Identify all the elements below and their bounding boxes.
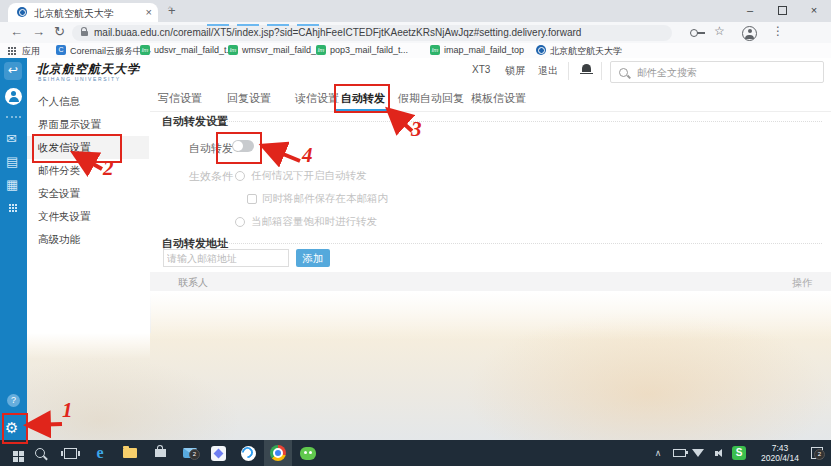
url-text: mail.buaa.edu.cn/coremail/XT5/index.jsp?…	[94, 27, 581, 38]
bookmark-label: pop3_mail_faild_t...	[330, 45, 408, 55]
taskbar-file-explorer[interactable]	[116, 440, 144, 466]
help-icon[interactable]: ?	[7, 394, 20, 407]
divider	[601, 62, 602, 80]
bookmark-star-icon[interactable]: ☆	[714, 24, 725, 38]
reload-icon[interactable]: ↻	[54, 24, 65, 39]
rail-back-icon[interactable]: ↩	[4, 62, 22, 80]
radio-any-condition[interactable]	[235, 171, 245, 181]
taskbar-chrome-active[interactable]	[264, 440, 292, 466]
blue-browser-icon	[241, 446, 256, 461]
browser-tab[interactable]: 北京航空航天大学 ×	[8, 3, 158, 22]
search-icon	[619, 68, 628, 77]
taskbar-browser-app[interactable]	[234, 440, 262, 466]
battery-icon	[673, 449, 686, 457]
apps-grid-icon	[8, 47, 10, 49]
rail-mail-icon[interactable]: ✉	[6, 132, 17, 146]
volume-indicator[interactable]	[708, 440, 724, 466]
tab-reply-settings[interactable]: 回复设置	[227, 85, 271, 111]
rail-divider	[6, 116, 21, 118]
rail-contacts-icon[interactable]: ▤	[6, 155, 18, 169]
clock-time: 7:43	[756, 443, 804, 453]
lock-screen-link[interactable]: 锁屏	[505, 64, 525, 78]
add-address-button[interactable]: 添加	[296, 249, 330, 267]
action-center-button[interactable]: 2	[808, 440, 826, 466]
battery-indicator[interactable]	[670, 440, 688, 466]
annotation-box-step1	[2, 413, 28, 444]
task-view-icon	[64, 448, 77, 459]
mail-search-input[interactable]	[635, 63, 819, 81]
tab-favicon-icon	[17, 7, 27, 17]
password-key-icon[interactable]	[690, 29, 698, 37]
annotation-box-step4	[216, 132, 262, 164]
notification-badge: 2	[814, 449, 825, 460]
annotation-number-4: 4	[302, 143, 313, 168]
sidebar-item-security-settings[interactable]: 安全设置	[27, 182, 149, 205]
webmail-logo-subtitle: BEIHANG UNIVERSITY	[38, 76, 121, 82]
window-maximize-button[interactable]	[767, 1, 797, 19]
window-minimize-button[interactable]: –	[735, 1, 765, 19]
chevron-up-icon: ∧	[655, 448, 662, 458]
sort-caret-icon[interactable]: ^	[168, 4, 172, 13]
mail-badge: 2	[189, 449, 200, 460]
tab-vacation-auto-reply[interactable]: 假期自动回复	[398, 85, 464, 111]
profile-avatar-icon[interactable]	[742, 26, 757, 41]
option-keep-copy-label: 同时将邮件保存在本邮箱内	[262, 192, 388, 206]
sidebar-item-advanced-features[interactable]: 高级功能	[27, 228, 149, 251]
taskbar-app-purple[interactable]	[204, 440, 232, 466]
bookmark-label: 北京航空航天大学	[550, 45, 622, 58]
wechat-icon	[300, 447, 316, 460]
clock-date: 2020/4/14	[756, 453, 804, 463]
action-center-icon: 2	[811, 447, 823, 459]
browser-menu-icon[interactable]: ⋮	[772, 24, 784, 38]
sidebar-item-display-settings[interactable]: 界面显示设置	[27, 113, 149, 136]
wifi-icon	[692, 449, 704, 457]
rail-avatar-icon[interactable]	[5, 88, 22, 105]
screen: 北京航空航天大学 × + – × ← → ↻ mail.buaa.edu.cn/…	[0, 0, 831, 466]
sogou-icon: S	[732, 446, 746, 460]
option-any-condition-label: 任何情况下开启自动转发	[251, 169, 367, 183]
checkbox-keep-copy[interactable]	[247, 194, 257, 204]
lm-favicon: lm	[140, 45, 150, 55]
radio-when-full[interactable]	[235, 217, 245, 227]
maximize-icon	[778, 6, 787, 15]
tab-read-settings[interactable]: 读信设置	[295, 85, 339, 111]
taskbar-mail[interactable]: 2	[176, 440, 204, 466]
forward-icon[interactable]: →	[32, 24, 45, 39]
tab-close-icon[interactable]: ×	[146, 6, 152, 18]
dotted-divider	[222, 243, 822, 244]
input-method-indicator[interactable]: S	[730, 440, 748, 466]
tab-compose-settings[interactable]: 写信设置	[158, 85, 202, 111]
taskbar-wechat[interactable]	[294, 440, 322, 466]
https-lock-icon	[81, 31, 88, 36]
tab-template-settings[interactable]: 模板信设置	[471, 85, 526, 111]
sidebar-item-personal-info[interactable]: 个人信息	[27, 90, 149, 113]
dotted-divider	[222, 121, 822, 122]
mail-envelope-icon: 2	[183, 448, 197, 458]
bookmark-label: imap_mail_faild_top	[444, 45, 524, 55]
buaa-favicon	[536, 45, 546, 55]
purple-app-icon	[211, 446, 226, 461]
window-close-button[interactable]: ×	[799, 1, 829, 19]
taskbar-store[interactable]	[146, 440, 174, 466]
address-bar[interactable]: mail.buaa.edu.cn/coremail/XT5/index.jsp?…	[72, 25, 672, 41]
search-icon	[35, 448, 45, 458]
taskbar-search-button[interactable]	[26, 440, 54, 466]
network-indicator[interactable]	[690, 440, 706, 466]
coremail-favicon: C	[56, 45, 66, 55]
task-view-button[interactable]	[56, 440, 84, 466]
notification-bell-icon[interactable]	[582, 64, 591, 72]
forward-address-input[interactable]	[163, 249, 289, 267]
rail-calendar-icon[interactable]: ▦	[6, 178, 18, 192]
taskbar-edge[interactable]: e	[86, 440, 114, 466]
logout-link[interactable]: 退出	[538, 64, 558, 78]
tray-clock[interactable]: 7:43 2020/4/14	[756, 443, 804, 463]
back-icon[interactable]: ←	[10, 24, 23, 39]
mail-search-box[interactable]	[610, 61, 824, 83]
running-indicator	[207, 24, 229, 26]
tray-overflow-chevron[interactable]: ∧	[650, 440, 666, 466]
version-link[interactable]: XT3	[472, 64, 490, 75]
lm-favicon: lm	[228, 45, 238, 55]
sidebar-item-folder-settings[interactable]: 文件夹设置	[27, 205, 149, 228]
folder-icon	[123, 448, 137, 458]
rail-apps-icon[interactable]	[9, 204, 11, 206]
